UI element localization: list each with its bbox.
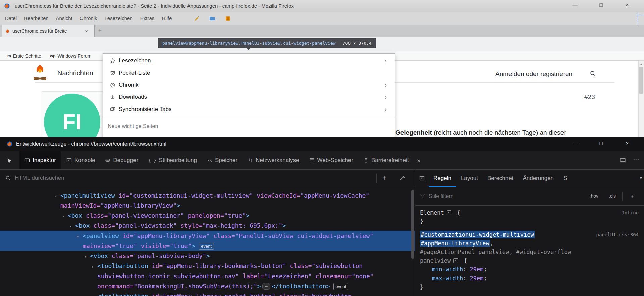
scrollbar-thumb[interactable]: [639, 67, 643, 94]
selector-highlighter-icon[interactable]: [453, 258, 458, 263]
sidebar-tab-berechnet[interactable]: Berechnet: [483, 170, 518, 187]
close-button[interactable]: ×: [621, 2, 633, 8]
campfire-logo[interactable]: [32, 64, 48, 82]
panel-item-synced-tabs[interactable]: Synchronisierte Tabs ›: [103, 103, 395, 115]
panel-section-header: Neue wichtige Seiten: [108, 121, 158, 132]
bookmark-favicon: m: [7, 54, 11, 58]
new-tab-button[interactable]: +: [98, 27, 102, 34]
sidebar-tab-s[interactable]: S: [558, 170, 572, 187]
dock-side-icon[interactable]: [620, 158, 626, 163]
markup-row[interactable]: ▾<vbox class="panel-subview-body">: [0, 251, 415, 261]
devtools-tab-konsole[interactable]: Konsole: [61, 151, 100, 169]
menu-ansicht[interactable]: Ansicht: [52, 12, 76, 25]
devtools-tab-speicher[interactable]: Speicher: [202, 151, 243, 169]
devtools-tab-web-speicher[interactable]: Web-Speicher: [304, 151, 358, 169]
devtools-tab-netzwerkanalyse[interactable]: Netzwerkanalyse: [243, 151, 304, 169]
node-picker-icon[interactable]: [0, 151, 19, 169]
rule-line[interactable]: Element {Inline: [415, 208, 644, 217]
menu-bearbeiten[interactable]: Bearbeiten: [20, 12, 52, 25]
css-rule[interactable]: Element {Inline}: [415, 208, 644, 226]
browser-tab[interactable]: userChrome.css für Breite ×: [2, 25, 95, 37]
expand-twisty-icon[interactable]: ▾: [62, 211, 68, 221]
devtools-tab-stilbearbeitung[interactable]: { } Stilbearbeitung: [143, 151, 202, 169]
expand-twisty-icon[interactable]: ▾: [69, 221, 75, 231]
scrollbar-up-icon[interactable]: ▲: [639, 62, 643, 66]
stylesheet-link[interactable]: panelUI.css:364: [596, 230, 639, 239]
rule-line[interactable]: }: [415, 283, 644, 291]
panel-item-lesezeichen[interactable]: Lesezeichen ›: [103, 55, 395, 67]
sidebar-tab-regeln[interactable]: Regeln: [429, 170, 456, 187]
post-number[interactable]: #23: [584, 93, 595, 101]
panel-item-chronik[interactable]: Chronik ›: [103, 79, 395, 91]
close-button[interactable]: ×: [621, 140, 633, 146]
style-filter-row[interactable]: Stile filtern :hov .cls +: [415, 187, 644, 206]
markup-scrollbar[interactable]: [411, 190, 414, 259]
markup-row[interactable]: ▾<panelview id="appMenu-libraryView" cla…: [0, 231, 415, 251]
bookmark-item[interactable]: wpWindows Forum: [50, 53, 92, 59]
devtools-tab-inspektor[interactable]: Inspektor: [19, 151, 61, 169]
post-text-rest: (reicht auch noch die nächsten Tage) an …: [432, 129, 566, 136]
rule-line[interactable]: #pageActionPanel panelview, #widget-over…: [415, 248, 644, 256]
rule-line[interactable]: }: [415, 217, 644, 226]
tab-close-icon[interactable]: ×: [85, 28, 88, 34]
markup-row[interactable]: ▾<panelmultiview id="customizationui-wid…: [0, 191, 415, 211]
menu-hilfe[interactable]: Hilfe: [158, 12, 175, 25]
pencil-icon[interactable]: [193, 15, 201, 22]
devtools-tab-barrierefreiheit[interactable]: Barrierefreiheit: [358, 151, 414, 169]
folder-icon[interactable]: [209, 15, 216, 22]
add-rule-icon[interactable]: +: [630, 187, 634, 205]
sidebar-tab-änderungen[interactable]: Änderungen: [518, 170, 558, 187]
menu-chronik[interactable]: Chronik: [76, 12, 101, 25]
html-search-placeholder: HTML durchsuchen: [15, 170, 64, 186]
devtools-menu-icon[interactable]: ⋯: [633, 156, 639, 163]
sidebar-toggle-icon[interactable]: [415, 170, 429, 187]
add-node-icon[interactable]: +: [382, 170, 386, 186]
markup-row[interactable]: ▾<box class="panel-viewcontainer" panelo…: [0, 211, 415, 221]
pseudo-class-toggle[interactable]: :hov: [590, 187, 598, 205]
chevron-right-icon: ›: [385, 55, 387, 67]
rule-line[interactable]: panelview {: [415, 256, 644, 265]
expand-twisty-icon[interactable]: ▾: [77, 231, 83, 242]
download-icon: [110, 94, 115, 100]
rule-line[interactable]: #customizationui-widget-multiviewpanelUI…: [415, 230, 644, 239]
maximize-button[interactable]: □: [595, 140, 607, 146]
menu-extras[interactable]: Extras: [137, 12, 158, 25]
selector-highlighter-icon[interactable]: [447, 210, 451, 215]
css-rule[interactable]: #customizationui-widget-multiviewpanelUI…: [415, 230, 644, 291]
markup-pane: HTML durchsuchen + ▾<panelmultiview id="…: [0, 170, 415, 296]
class-toggle[interactable]: .cls: [609, 187, 616, 205]
sidebar-tab-layout[interactable]: Layout: [456, 170, 483, 187]
search-icon: [5, 175, 11, 181]
expand-twisty-icon[interactable]: ▾: [55, 191, 60, 201]
maximize-button[interactable]: □: [595, 2, 607, 8]
expand-twisty-icon[interactable]: ▾: [84, 252, 90, 262]
panel-item-pocket[interactable]: Pocket-Liste: [103, 67, 395, 79]
expand-twisty-icon[interactable]: ▸: [92, 262, 97, 272]
bookmark-item[interactable]: mErste Schritte: [7, 53, 41, 59]
page-search-icon[interactable]: [590, 70, 596, 77]
markup-row[interactable]: ▸<toolbarbutton id="appMenu-library-book…: [0, 261, 415, 291]
html-search-row[interactable]: HTML durchsuchen +: [0, 170, 415, 187]
addon-icon[interactable]: [224, 15, 231, 22]
devtools-tab-debugger[interactable]: Debugger: [100, 151, 143, 169]
expand-twisty-icon[interactable]: ▸: [92, 292, 97, 296]
minimize-button[interactable]: —: [569, 2, 581, 8]
menu-lesezeichen[interactable]: Lesezeichen: [101, 12, 136, 25]
firefox-icon: [4, 3, 10, 9]
markup-row[interactable]: ▾<box class="panel-viewstack" style="max…: [0, 221, 415, 231]
rule-line[interactable]: min-width: 29em;: [415, 265, 644, 274]
sidebar-dropdown-icon[interactable]: ▾: [640, 170, 642, 186]
more-tools-icon[interactable]: »: [414, 151, 424, 169]
stylesheet-link[interactable]: Inline: [622, 208, 639, 217]
devtools-toolbar: Inspektor Konsole Debugger { } Stilbearb…: [0, 151, 644, 170]
rule-line[interactable]: max-width: 29em;: [415, 274, 644, 283]
eyedropper-icon[interactable]: [400, 175, 406, 181]
minimize-button[interactable]: —: [569, 140, 581, 146]
panel-item-downloads[interactable]: Downloads ›: [103, 91, 395, 103]
signin-link[interactable]: Anmelden oder registrieren: [495, 70, 572, 78]
markup-row[interactable]: ▸<toolbarbutton id="appMenu-library-pock…: [0, 291, 415, 296]
rule-line[interactable]: #appMenu-libraryView,: [415, 239, 644, 248]
forum-nav-item[interactable]: Nachrichten: [57, 69, 93, 77]
menu-datei[interactable]: Datei: [1, 12, 20, 25]
filter-placeholder: Stile filtern: [429, 187, 454, 205]
